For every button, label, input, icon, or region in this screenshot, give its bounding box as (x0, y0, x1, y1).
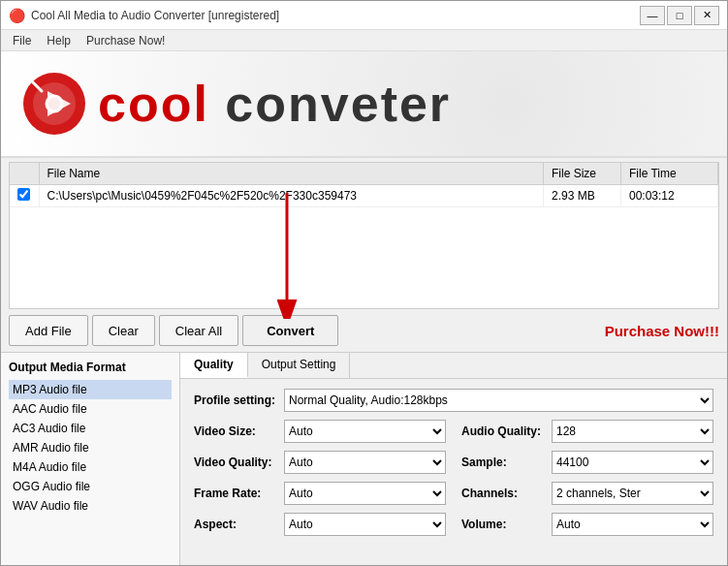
logo-converter: conveter (225, 76, 451, 132)
add-file-button[interactable]: Add File (9, 315, 88, 346)
video-size-row: Video Size: Auto (194, 420, 446, 443)
row-filetime: 00:03:12 (621, 185, 718, 207)
format-m4a[interactable]: M4A Audio file (9, 457, 172, 477)
settings-panel: Quality Output Setting Profile setting: … (180, 353, 727, 565)
format-wav[interactable]: WAV Audio file (9, 496, 172, 516)
logo-area: cool conveter (1, 51, 727, 158)
col-filename: File Name (39, 163, 544, 185)
audio-quality-label: Audio Quality: (461, 424, 544, 438)
frame-rate-select[interactable]: Auto (284, 482, 446, 505)
menu-bar: File Help Purchase Now! (1, 30, 727, 51)
app-icon: 🔴 (9, 8, 25, 23)
frame-rate-row: Frame Rate: Auto (194, 482, 446, 505)
format-list: MP3 Audio file AAC Audio file AC3 Audio … (9, 380, 172, 516)
profile-select[interactable]: Normal Quality, Audio:128kbps (284, 389, 713, 412)
tabs-row: Quality Output Setting (180, 353, 727, 379)
frame-rate-label: Frame Rate: (194, 487, 276, 500)
channels-select[interactable]: 2 channels, Ster (552, 482, 713, 505)
convert-button[interactable]: Convert (242, 315, 338, 346)
bottom-area: Output Media Format MP3 Audio file AAC A… (1, 352, 727, 565)
sample-row: Sample: 44100 (461, 451, 713, 474)
sample-select[interactable]: 44100 (552, 451, 713, 474)
main-window: 🔴 Cool All Media to Audio Converter [unr… (0, 0, 728, 566)
menu-file[interactable]: File (5, 32, 39, 49)
row-filesize: 2.93 MB (544, 185, 621, 207)
close-button[interactable]: ✕ (694, 6, 719, 25)
format-panel: Output Media Format MP3 Audio file AAC A… (1, 353, 180, 565)
aspect-row: Aspect: Auto (194, 513, 446, 536)
row-checkbox-cell[interactable] (10, 185, 39, 207)
audio-quality-row: Audio Quality: 128 (461, 420, 713, 443)
format-ac3[interactable]: AC3 Audio file (9, 419, 172, 438)
minimize-button[interactable]: — (640, 6, 665, 25)
video-size-label: Video Size: (194, 424, 276, 438)
purchase-now-label[interactable]: Purchase Now!!! (605, 323, 719, 339)
tab-output-setting[interactable]: Output Setting (248, 353, 351, 378)
file-table-area: File Name File Size File Time C:\Users\p… (9, 162, 719, 309)
format-aac[interactable]: AAC Audio file (9, 399, 172, 419)
profile-label: Profile setting: (194, 393, 276, 407)
format-ogg[interactable]: OGG Audio file (9, 477, 172, 496)
video-size-select[interactable]: Auto (284, 420, 446, 443)
title-bar-controls: — □ ✕ (640, 6, 719, 25)
menu-purchase[interactable]: Purchase Now! (79, 32, 173, 49)
logo-icon (20, 70, 88, 138)
logo-text: cool conveter (98, 75, 451, 133)
sample-label: Sample: (461, 456, 544, 469)
channels-row: Channels: 2 channels, Ster (461, 482, 713, 505)
volume-select[interactable]: Auto (552, 513, 713, 536)
title-bar-left: 🔴 Cool All Media to Audio Converter [unr… (9, 8, 279, 23)
clear-button[interactable]: Clear (92, 315, 155, 346)
volume-row: Volume: Auto (461, 513, 713, 536)
channels-label: Channels: (461, 487, 544, 500)
maximize-button[interactable]: □ (667, 6, 692, 25)
button-row: Add File Clear Clear All Convert Purchas… (1, 309, 727, 352)
video-quality-select[interactable]: Auto (284, 451, 446, 474)
row-checkbox[interactable] (17, 188, 30, 201)
window-title: Cool All Media to Audio Converter [unreg… (31, 9, 279, 22)
profile-row: Profile setting: Normal Quality, Audio:1… (194, 389, 713, 412)
format-amr[interactable]: AMR Audio file (9, 438, 172, 457)
format-mp3[interactable]: MP3 Audio file (9, 380, 172, 399)
video-quality-row: Video Quality: Auto (194, 451, 446, 474)
volume-label: Volume: (461, 518, 544, 531)
video-quality-label: Video Quality: (194, 456, 276, 469)
aspect-select[interactable]: Auto (284, 513, 446, 536)
menu-help[interactable]: Help (39, 32, 79, 49)
audio-quality-select[interactable]: 128 (552, 420, 713, 443)
table-row: C:\Users\pc\Music\0459%2F045c%2F520c%2F3… (10, 185, 718, 207)
settings-content: Profile setting: Normal Quality, Audio:1… (180, 379, 727, 546)
logo-cool: cool (98, 76, 225, 132)
tab-quality[interactable]: Quality (180, 353, 248, 378)
title-bar: 🔴 Cool All Media to Audio Converter [unr… (1, 1, 727, 30)
col-filetime: File Time (621, 163, 718, 185)
clear-all-button[interactable]: Clear All (159, 315, 238, 346)
format-panel-title: Output Media Format (9, 361, 172, 374)
row-filename: C:\Users\pc\Music\0459%2F045c%2F520c%2F3… (39, 185, 544, 207)
file-table: File Name File Size File Time C:\Users\p… (10, 163, 718, 207)
col-check (10, 163, 39, 185)
col-filesize: File Size (544, 163, 621, 185)
aspect-label: Aspect: (194, 518, 276, 531)
